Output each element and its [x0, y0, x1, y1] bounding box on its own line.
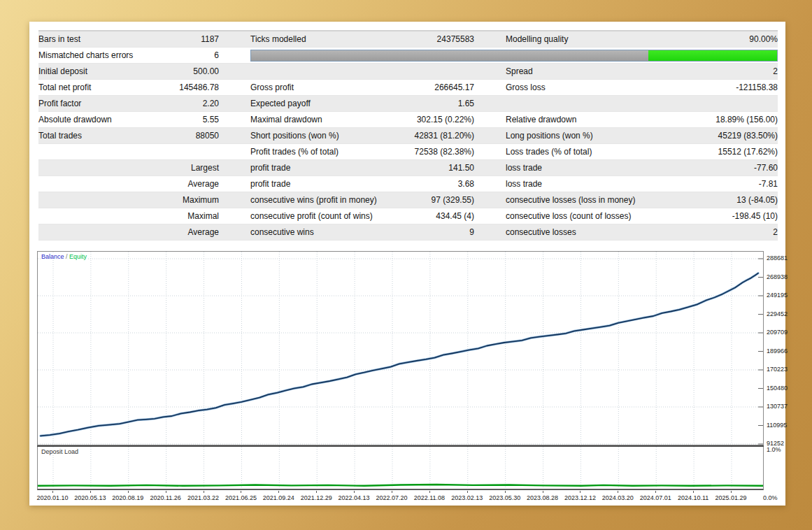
report-label: Profit trades (% of total)	[250, 144, 339, 159]
report-value: 266645.17	[434, 80, 474, 95]
x-axis-tick	[505, 491, 506, 493]
report-cell-group: consecutive profit (count of wins)434.45…	[250, 208, 474, 224]
y-axis-label: 229452	[767, 310, 788, 317]
report-label: Bars in test	[38, 31, 80, 47]
x-axis-tick	[316, 491, 317, 493]
report-table: Bars in test1187Ticks modelled24375583Mo…	[38, 30, 778, 241]
chart-legend: Balance / Equity	[41, 253, 87, 260]
y-axis-label: 170223	[767, 366, 788, 373]
legend-equity: Equity	[69, 253, 87, 260]
report-label: consecutive losses	[506, 224, 576, 240]
report-value: 141.50	[448, 160, 474, 176]
report-cell-group: consecutive losses2	[506, 224, 778, 240]
report-value: -77.60	[754, 160, 778, 176]
report-value: 6	[214, 48, 219, 63]
report-row: Maximumconsecutive wins (profit in money…	[38, 192, 778, 208]
report-value: 42831 (81.20%)	[415, 128, 474, 143]
report-cell-group: loss trade-77.60	[506, 160, 778, 176]
y-axis-label: 268938	[767, 273, 788, 280]
report-value: 3.68	[458, 176, 474, 192]
report-cell-group: Total trades88050	[38, 128, 219, 143]
report-label: Expected payoff	[250, 96, 311, 111]
x-axis-tick	[392, 491, 392, 493]
report-label: consecutive loss (count of losses)	[506, 208, 631, 224]
report-value: 88050	[196, 128, 219, 143]
x-axis-tick	[52, 491, 53, 493]
report-row: Profit factor2.20Expected payoff1.65	[38, 96, 778, 112]
x-axis-label: 2024.03.20	[602, 494, 634, 501]
report-value: Maximum	[183, 192, 219, 208]
report-row: Averageconsecutive wins9consecutive loss…	[38, 224, 778, 241]
report-cell-group: Maximal	[38, 208, 219, 224]
report-cell-group: Maximal drawdown302.15 (0.22%)	[250, 112, 474, 127]
x-axis-label: 2021.06.25	[225, 494, 257, 501]
report-cell-group: consecutive losses (loss in money)13 (-8…	[506, 192, 778, 208]
report-label: Spread	[506, 64, 533, 79]
report-value: 2	[773, 64, 778, 79]
x-axis-label: 2020.08.19	[112, 494, 143, 501]
report-value: Maximal	[187, 208, 219, 224]
report-row: Averageprofit trade3.68loss trade-7.81	[38, 176, 778, 192]
report-cell-group: Short positions (won %)42831 (81.20%)	[250, 128, 474, 143]
report-cell-group	[506, 96, 778, 111]
x-axis-label: 2023.12.12	[564, 494, 596, 501]
report-cell-group: Gross loss-121158.38	[506, 80, 778, 95]
report-label: Modelling quality	[506, 31, 568, 47]
report-value: Largest	[191, 160, 219, 176]
modelling-quality-bar-green	[648, 50, 777, 61]
report-row: Profit trades (% of total)72538 (82.38%)…	[38, 144, 778, 160]
x-axis-label: 2020.01.10	[36, 494, 68, 501]
x-axis-tick	[467, 491, 468, 493]
report-cell-group	[250, 64, 474, 79]
x-axis-label: 2025.01.29	[715, 494, 746, 501]
report-cell-group: Ticks modelled24375583	[250, 31, 474, 47]
report-row: Total trades88050Short positions (won %)…	[38, 128, 778, 144]
report-label: consecutive losses (loss in money)	[506, 192, 635, 208]
y-axis-label: 110995	[767, 422, 787, 429]
report-value: 2.20	[203, 96, 219, 111]
report-value: 302.15 (0.22%)	[417, 112, 474, 127]
report-label: Initial deposit	[38, 64, 87, 79]
y-axis-label: 209709	[767, 329, 788, 336]
report-value: 9	[469, 224, 474, 240]
report-label: Total net profit	[38, 80, 91, 95]
x-axis-label: 2021.03.22	[187, 494, 219, 501]
report-value: 15512 (17.62%)	[718, 144, 778, 159]
y-axis-label: 249195	[767, 292, 788, 299]
x-axis-tick	[693, 491, 694, 493]
x-axis-label: 2023.05.30	[489, 494, 520, 501]
report-label: Mismatched charts errors	[38, 48, 133, 63]
report-value: -7.81	[759, 176, 778, 192]
report-value: 500.00	[193, 64, 219, 79]
report-row: Maximalconsecutive profit (count of wins…	[38, 208, 778, 224]
chart-area: Balance / Equity Deposit Load	[37, 251, 764, 490]
x-axis-tick	[128, 491, 129, 493]
report-label: Maximal drawdown	[250, 112, 322, 127]
balance-equity-plot: Balance / Equity	[37, 251, 764, 445]
report-cell-group: Average	[38, 224, 219, 240]
report-cell-group: Average	[38, 176, 219, 192]
report-cell-group: consecutive wins (profit in money)97 (32…	[250, 192, 474, 208]
report-cell-group: Loss trades (% of total)15512 (17.62%)	[506, 144, 778, 159]
report-label: Ticks modelled	[250, 31, 306, 47]
x-axis-tick	[580, 491, 580, 493]
balance-chart-svg	[38, 252, 763, 445]
x-axis-label: 2023.08.28	[527, 494, 558, 501]
x-axis-label: 2024.07.01	[640, 494, 671, 501]
x-axis-tick	[731, 491, 732, 493]
report-value: -121158.38	[736, 80, 778, 95]
report-value: 45219 (83.50%)	[718, 128, 778, 143]
report-cell-group: loss trade-7.81	[506, 176, 778, 192]
report-label: Short positions (won %)	[250, 128, 339, 143]
report-label: Total trades	[38, 128, 82, 143]
report-value: 72538 (82.38%)	[415, 144, 474, 159]
report-row: Bars in test1187Ticks modelled24375583Mo…	[38, 31, 778, 48]
deposit-load-plot: Deposit Load	[37, 447, 764, 490]
report-cell-group	[38, 144, 219, 159]
x-axis-labels: 2020.01.102020.05.132020.08.192020.11.26…	[37, 491, 764, 503]
report-cell-group: Profit trades (% of total)72538 (82.38%)	[250, 144, 474, 159]
report-label: profit trade	[250, 160, 290, 176]
strategy-tester-report-panel: Bars in test1187Ticks modelled24375583Mo…	[29, 22, 785, 506]
report-cell-group: consecutive loss (count of losses)-198.4…	[506, 208, 778, 224]
report-cell-group: Absolute drawdown5.55	[38, 112, 219, 127]
